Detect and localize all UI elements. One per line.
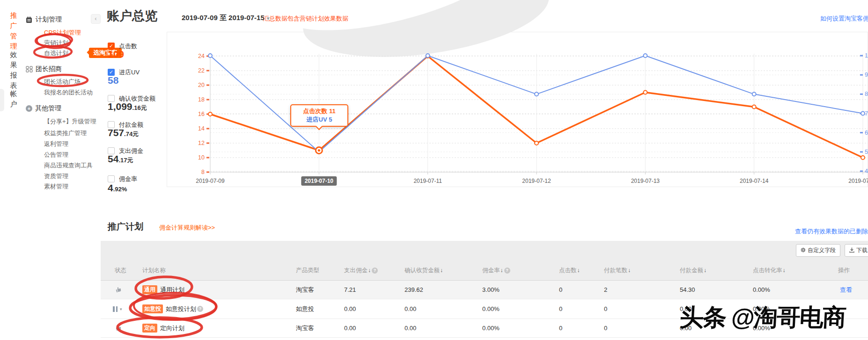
- sidebar-section-plan-manage[interactable]: 计划管理: [26, 15, 62, 24]
- sidebar-item-rebate-manage[interactable]: 返利管理: [44, 140, 68, 148]
- plan-name-cell[interactable]: 通用通用计划: [142, 281, 184, 299]
- svg-text:16: 16: [198, 111, 205, 117]
- sidebar-item-my-leader-activity[interactable]: 我报名的团长活动: [44, 88, 93, 97]
- svg-text:2019-07-11: 2019-07-11: [413, 178, 442, 184]
- sidebar-item-material-manage[interactable]: 素材管理: [44, 182, 68, 191]
- thumb-icon: [115, 286, 122, 294]
- sort-desc-icon[interactable]: ↓: [783, 267, 786, 274]
- col-cvr[interactable]: 点击转化率↓: [753, 267, 786, 275]
- sidebar-section-leader-invest[interactable]: 团长招商: [26, 65, 62, 73]
- sidebar-item-custom-plan[interactable]: 自选计划 选淘宝客: [44, 49, 68, 58]
- plan-name-cell[interactable]: 如意投如意投计划?: [142, 299, 203, 318]
- help-icon[interactable]: ?: [504, 268, 510, 274]
- customize-fields-button[interactable]: 自定义字段: [796, 244, 840, 257]
- help-icon[interactable]: ?: [372, 268, 378, 274]
- sort-desc-icon[interactable]: ↓: [704, 267, 706, 274]
- metric-clicks-value: 109: [108, 49, 124, 60]
- col-commission-spend[interactable]: 支出佣金↓?: [344, 267, 378, 275]
- date-range-selector[interactable]: 2019-07-09 至 2019-07-15▼: [182, 14, 271, 22]
- product-type-cell: 淘宝客: [296, 281, 314, 299]
- chevron-left-icon: ‹: [95, 15, 96, 22]
- commission-rules-link[interactable]: 佣金计算规则解读>>: [159, 224, 215, 232]
- col-orders[interactable]: 付款笔数↓: [604, 267, 631, 275]
- col-action: 操作: [838, 267, 850, 275]
- plus-circle-icon: +: [26, 105, 32, 112]
- download-label: 下载: [856, 247, 868, 253]
- customize-fields-label: 自定义字段: [808, 247, 836, 253]
- svg-text:2019-07-10: 2019-07-10: [305, 178, 334, 184]
- deleted-plans-link[interactable]: 查看仍有效果数据的已删除计划: [795, 227, 868, 236]
- sort-desc-icon[interactable]: ↓: [440, 267, 443, 274]
- col-plan-name[interactable]: 计划名称: [142, 267, 166, 275]
- clicks-cell: 0: [559, 299, 562, 318]
- svg-text:2019-07-15: 2019-07-15: [848, 178, 868, 184]
- svg-text:10: 10: [198, 154, 205, 161]
- sidebar-item-qualification[interactable]: 资质管理: [44, 172, 68, 181]
- svg-text:8: 8: [201, 169, 205, 175]
- metric-payment-amount: 付款金额: [108, 120, 143, 128]
- confirmed-amount-cell: 0.00: [405, 299, 416, 318]
- nav-item-account[interactable]: 帐户: [9, 89, 18, 109]
- confirmed-amount-cell: 0.00: [405, 319, 416, 337]
- svg-text:2019-07-13: 2019-07-13: [631, 178, 660, 184]
- sort-desc-icon[interactable]: ↓: [368, 267, 371, 274]
- sidebar-collapse-button[interactable]: ‹: [91, 14, 101, 24]
- col-confirmed-amount[interactable]: 确认收货金额↓: [405, 267, 443, 275]
- commission-cell: 7.21: [344, 281, 356, 299]
- help-icon[interactable]: ?: [197, 306, 203, 312]
- sidebar-section-other-manage[interactable]: +其他管理: [26, 104, 61, 113]
- view-link[interactable]: 查看: [840, 281, 852, 299]
- metric-uv-value: 58: [108, 75, 118, 86]
- metric-commission-rate: 佣金率: [108, 174, 137, 182]
- sidebar-item-marketing-plan[interactable]: 营销计划: [44, 39, 68, 47]
- sort-desc-icon[interactable]: ↓: [500, 267, 503, 274]
- metric-commission-spend: 支出佣金: [108, 146, 143, 154]
- plans-table-header: 自定义字段 下载 状态 计划名称 产品类型 支出佣金↓? 确认收货金额↓ 佣金率…: [101, 241, 868, 281]
- pause-icon[interactable]: [113, 306, 118, 312]
- col-payment[interactable]: 付款金额↓: [680, 267, 706, 275]
- plan-name-cell[interactable]: 定向定向计划: [142, 319, 184, 337]
- orders-cell: 0: [604, 299, 607, 318]
- sidebar: 计划管理 CPS计划管理 营销计划 自选计划 选淘宝客 团长招商 团长活动广场 …: [26, 0, 96, 340]
- orders-cell: 2: [604, 281, 607, 299]
- plans-title: 推广计划: [108, 221, 143, 233]
- plan-name: 通用计划: [160, 286, 184, 294]
- col-clicks[interactable]: 点击数↓: [559, 267, 580, 275]
- orders-cell: 0: [604, 319, 607, 337]
- svg-text:5: 5: [865, 149, 868, 155]
- download-button[interactable]: 下载: [845, 244, 868, 257]
- status-cell[interactable]: [115, 281, 122, 299]
- watermark: 头条 @淘哥电商: [679, 302, 846, 334]
- chevron-down-icon[interactable]: ▾: [120, 307, 122, 311]
- commission-rate-cell: 0.00%: [482, 299, 500, 318]
- drawer-handle[interactable]: [0, 89, 4, 111]
- sidebar-item-share-upgrade[interactable]: 【分享+】升级管理: [44, 117, 96, 126]
- sort-desc-icon[interactable]: ↓: [577, 267, 580, 274]
- nav-item-promotion-manage[interactable]: 推广管理: [9, 10, 18, 51]
- col-commission-rate[interactable]: 佣金率↓?: [482, 267, 510, 275]
- metric-label: 佣金率: [119, 175, 137, 182]
- help-link[interactable]: 如何设置淘宝客佣金: [820, 14, 868, 23]
- table-row-general-plan[interactable]: 通用通用计划 淘宝客 7.21 239.62 3.00% 0 2 54.30 0…: [101, 281, 868, 299]
- svg-text:2019-07-09: 2019-07-09: [196, 178, 225, 184]
- status-cell[interactable]: [115, 319, 122, 337]
- metric-confirmed-amount: 确认收货金额: [108, 94, 155, 101]
- metric-confirmed-amount-value: 1,099.16元: [108, 101, 147, 112]
- sort-desc-icon[interactable]: ↓: [628, 267, 631, 274]
- col-status[interactable]: 状态: [115, 267, 126, 275]
- svg-text:10: 10: [865, 52, 868, 59]
- sidebar-item-announcement[interactable]: 公告管理: [44, 151, 68, 159]
- status-cell[interactable]: ▾: [113, 299, 122, 318]
- commission-rate-checkbox[interactable]: [108, 175, 115, 182]
- download-icon: [849, 247, 854, 254]
- commission-cell: 0.00: [344, 319, 356, 337]
- svg-text:4: 4: [865, 168, 868, 174]
- summary-note: 汇总数据包含营销计划效果数据: [263, 14, 348, 23]
- col-product-type[interactable]: 产品类型: [296, 267, 319, 275]
- sidebar-item-leader-activity-plaza[interactable]: 团长活动广场: [44, 78, 81, 86]
- plan-type-badge: 如意投: [142, 304, 163, 313]
- nav-item-effect-report[interactable]: 效果报表: [9, 50, 18, 91]
- sidebar-item-rights-promo[interactable]: 权益类推广管理: [44, 129, 87, 137]
- sidebar-item-violation-tool[interactable]: 商品违规查询工具: [44, 161, 93, 170]
- sidebar-item-cps-plan[interactable]: CPS计划管理: [44, 29, 81, 37]
